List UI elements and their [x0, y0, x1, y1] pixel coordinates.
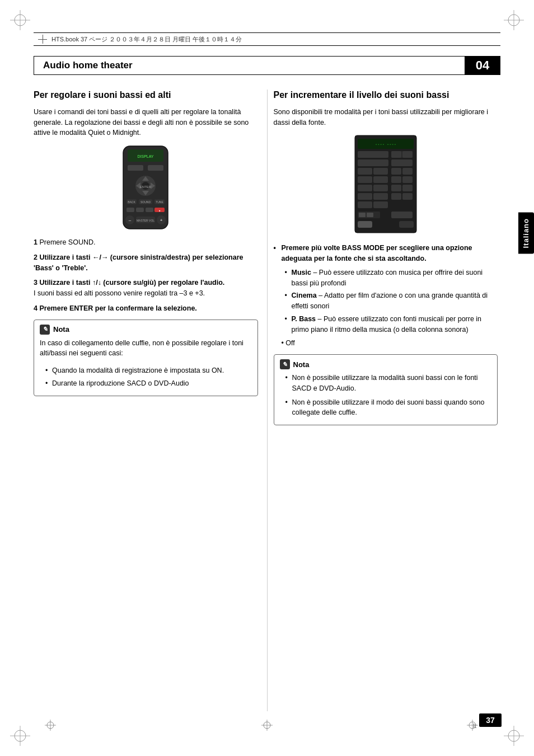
step-2-number: 2 — [34, 253, 39, 261]
step-1: 1 Premere SOUND. — [34, 237, 258, 248]
step-4: 4 Premere ENTER per la confermare la sel… — [34, 303, 258, 314]
page-number: 37 — [479, 713, 502, 727]
step-3-bold: Utilizzare i tasti ↑/↓ (cursore su/giù) … — [39, 279, 224, 287]
right-section-heading: Per incrementare il livello dei suoni ba… — [274, 90, 498, 101]
bottom-left-crosshair — [45, 720, 56, 732]
svg-rect-31 — [136, 208, 144, 212]
svg-rect-69 — [359, 213, 366, 217]
note-icon: ✎ — [40, 325, 50, 335]
svg-text:DISPLAY: DISPLAY — [138, 154, 154, 158]
chapter-number: 04 — [465, 56, 500, 75]
svg-rect-46 — [402, 151, 413, 158]
svg-rect-50 — [358, 151, 388, 158]
right-note-bullet-1: Non è possibile utilizzare la modalità s… — [285, 373, 492, 394]
svg-rect-63 — [373, 193, 388, 200]
svg-text:ENTER: ENTER — [140, 185, 152, 189]
svg-rect-52 — [358, 168, 372, 175]
reg-mark-tl — [10, 10, 30, 30]
svg-text:BACK: BACK — [128, 200, 135, 204]
right-note-bullet-2: Non è possibile utilizzare il modo dei s… — [285, 397, 492, 419]
svg-rect-67 — [373, 201, 388, 208]
meta-text: HTS.book 37 ページ ２００３年４月２８日 月曜日 午後１０時１４分 — [51, 35, 242, 44]
svg-rect-32 — [146, 208, 153, 212]
svg-rect-54 — [358, 176, 372, 183]
svg-rect-30 — [127, 208, 134, 212]
device-panel-image: ---- ---- — [352, 134, 419, 235]
option-music: Music – Può essere utilizzato con musica… — [285, 267, 498, 289]
reg-mark-tr — [504, 10, 524, 30]
right-note-title: ✎ Nota — [280, 359, 492, 369]
right-main-bullet-text: Premere più volte BASS MODE per sceglier… — [282, 244, 472, 262]
step-2-text: Utilizzare i tasti ←/→ (cursore sinistra… — [34, 253, 243, 272]
left-section-heading: Per regolare i suoni bassi ed alti — [34, 90, 258, 101]
left-note-title: ✎ Nota — [40, 325, 252, 335]
reg-mark-br — [504, 726, 524, 746]
reg-mark-bl — [10, 726, 30, 746]
svg-rect-70 — [367, 213, 373, 217]
svg-rect-16 — [148, 165, 163, 171]
svg-rect-73 — [399, 221, 414, 228]
step-3-number: 3 — [34, 279, 39, 287]
left-note-body: In caso di collegamento delle cuffie, no… — [40, 338, 252, 359]
svg-rect-62 — [358, 193, 372, 200]
svg-rect-55 — [373, 176, 388, 183]
step-4-number: 4 — [34, 304, 39, 312]
left-note-bullets: Quando la modalità di registrazione è im… — [40, 365, 252, 389]
svg-rect-66 — [358, 201, 372, 208]
chapter-header: Audio home theater 04 — [34, 56, 500, 75]
chapter-title: Audio home theater — [34, 56, 465, 75]
step-4-text: Premere ENTER per la confermare la selez… — [39, 304, 196, 312]
step-3: 3 Utilizzare i tasti ↑/↓ (cursore su/giù… — [34, 278, 258, 299]
bottom-center-crosshair — [261, 720, 273, 732]
left-note-box: ✎ Nota In caso di collegamento delle cuf… — [34, 320, 258, 396]
svg-rect-65 — [402, 193, 413, 200]
svg-text:●: ● — [159, 209, 161, 212]
svg-text:–: – — [129, 218, 132, 223]
right-note-bullets: Non è possibile utilizzare la modalità s… — [280, 373, 492, 418]
right-main-bullet: Premere più volte BASS MODE per sceglier… — [274, 243, 498, 264]
svg-text:MASTER VOL: MASTER VOL — [137, 219, 154, 222]
step-2: 2 Utilizzare i tasti ←/→ (cursore sinist… — [34, 252, 258, 274]
step-1-number: 1 — [34, 238, 39, 246]
svg-rect-45 — [391, 151, 401, 158]
side-tab-italiano: Italiano — [518, 213, 534, 254]
svg-rect-49 — [402, 168, 413, 175]
svg-rect-60 — [391, 185, 401, 191]
main-content: Per regolare i suoni bassi ed alti Usare… — [34, 90, 498, 711]
svg-rect-57 — [402, 176, 413, 183]
svg-rect-53 — [373, 168, 388, 175]
svg-text:SOUND: SOUND — [140, 200, 151, 204]
meta-crosshair-icon — [38, 35, 47, 44]
left-note-bullet-2: Durante la riproduzione SACD o DVD-Audio — [45, 378, 252, 389]
svg-rect-72 — [358, 221, 372, 228]
option-cinema: Cinema – Adatto per film d'azione o con … — [285, 290, 498, 312]
right-column: Per incrementare il livello dei suoni ba… — [274, 90, 498, 711]
svg-rect-61 — [402, 185, 413, 191]
svg-text:TUNE: TUNE — [156, 200, 163, 204]
svg-rect-71 — [391, 212, 413, 218]
svg-rect-64 — [391, 193, 401, 200]
svg-text:----  ----: ---- ---- — [375, 142, 396, 147]
right-intro-text: Sono disponibili tre modalità per i toni… — [274, 107, 498, 128]
off-option: Off — [282, 338, 498, 349]
svg-rect-47 — [391, 159, 413, 166]
left-intro-text: Usare i comandi dei toni bassi e di quel… — [34, 107, 258, 138]
svg-rect-48 — [391, 168, 401, 175]
step-3-body: I suoni bassi ed alti possono venire reg… — [34, 289, 205, 297]
meta-bar: HTS.book 37 ページ ２００３年４月２８日 月曜日 午後１０時１４分 — [34, 32, 500, 46]
svg-text:+: + — [160, 218, 163, 223]
right-note-box: ✎ Nota Non è possibile utilizzare la mod… — [274, 354, 498, 425]
left-note-bullet-1: Quando la modalità di registrazione è im… — [45, 365, 252, 376]
svg-rect-58 — [358, 185, 372, 191]
right-note-icon: ✎ — [280, 359, 290, 369]
option-pbass: P. Bass – Può essere utilizzato con font… — [285, 314, 498, 335]
svg-rect-56 — [391, 176, 401, 183]
svg-rect-51 — [358, 159, 388, 166]
bottom-right-crosshair — [467, 720, 478, 732]
right-options-list: Music – Può essere utilizzato con musica… — [274, 267, 498, 335]
step-1-text: Premere SOUND. — [39, 238, 95, 246]
svg-rect-15 — [128, 165, 143, 171]
remote-control-image: DISPLAY ENTER BACK SOUND TUNE ● — [118, 145, 174, 232]
svg-rect-59 — [373, 185, 388, 191]
left-column: Per regolare i suoni bassi ed alti Usare… — [34, 90, 258, 711]
